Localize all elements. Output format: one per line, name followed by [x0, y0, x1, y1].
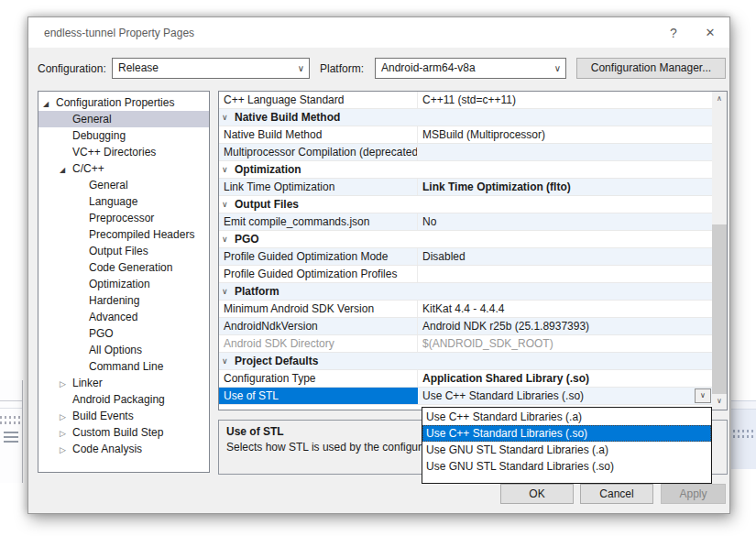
property-grid: C++ Language StandardC++11 (std=c++11)∨N…	[218, 91, 728, 410]
sidebar-item-pgo[interactable]: PGO	[38, 325, 209, 342]
property-row[interactable]: Profile Guided Optimization ModeDisabled	[219, 248, 712, 266]
sidebar-item-linker[interactable]: ▷Linker	[38, 375, 209, 391]
scroll-up-icon[interactable]: ∧	[712, 92, 727, 107]
sidebar-item-optimization[interactable]: Optimization	[38, 276, 209, 292]
sidebar-item-label: Precompiled Headers	[89, 228, 194, 241]
property-row[interactable]: Use of STLUse C++ Standard Libraries (.s…	[219, 388, 712, 405]
group-row[interactable]: ∨Native Build Method	[219, 109, 712, 126]
property-value[interactable]: Use C++ Standard Libraries (.so)∨	[418, 388, 712, 404]
sidebar-item-advanced[interactable]: Advanced	[38, 309, 209, 325]
sidebar-item-label: PGO	[89, 327, 114, 340]
configuration-manager-button[interactable]: Configuration Manager...	[576, 58, 726, 79]
sidebar-item-label: Linker	[72, 377, 103, 389]
property-row[interactable]: Configuration TypeApplication Shared Lib…	[219, 370, 712, 388]
sidebar-item-vc-directories[interactable]: VC++ Directories	[38, 144, 209, 160]
property-value[interactable]: $(ANDROID_SDK_ROOT)	[418, 335, 712, 352]
dropdown-option[interactable]: Use C++ Standard Libraries (.so)	[422, 425, 711, 442]
sidebar-item-output-files[interactable]: Output Files	[38, 243, 209, 259]
fragment-strip	[731, 401, 756, 410]
sidebar-item-configuration-properties[interactable]: ◢Configuration Properties	[38, 94, 209, 111]
property-value[interactable]	[418, 144, 712, 160]
configuration-select[interactable]: Release ∨	[112, 58, 310, 79]
property-name: Emit compile_commands.json	[219, 213, 418, 230]
property-value[interactable]	[418, 266, 712, 282]
dropdown-option[interactable]: Use C++ Standard Libraries (.a)	[422, 409, 711, 425]
tree-collapsed-icon[interactable]: ▷	[60, 376, 72, 392]
property-value[interactable]: Application Shared Library (.so)	[418, 370, 712, 387]
sidebar-item-code-generation[interactable]: Code Generation	[38, 259, 209, 276]
group-row[interactable]: ∨PGO	[219, 231, 712, 248]
property-value[interactable]: MSBuild (Multiprocessor)	[418, 126, 712, 143]
platform-value: Android-arm64-v8a	[381, 61, 476, 74]
combo-dropdown-button[interactable]: ∨	[695, 388, 711, 403]
apply-button[interactable]: Apply	[661, 484, 726, 504]
property-row[interactable]: Android SDK Directory$(ANDROID_SDK_ROOT)	[219, 335, 712, 353]
sidebar-item-android-packaging[interactable]: Android Packaging	[38, 391, 209, 408]
sidebar-item-language[interactable]: Language	[38, 193, 209, 210]
group-collapse-icon[interactable]: ∨	[222, 196, 228, 213]
platform-select[interactable]: Android-arm64-v8a ∨	[375, 58, 566, 79]
title-bar[interactable]: endless-tunnel Property Pages ? ✕	[28, 17, 729, 48]
property-row[interactable]: Native Build MethodMSBuild (Multiprocess…	[219, 126, 712, 144]
tree-collapsed-icon[interactable]: ▷	[60, 442, 72, 458]
grid-scrollbar[interactable]: ∧ ∨	[712, 92, 727, 410]
group-row[interactable]: ∨Output Files	[219, 196, 712, 213]
sidebar-item-label: Language	[89, 195, 137, 208]
fragment-toolbar-line	[4, 436, 18, 438]
property-value[interactable]: Link Time Optimization (flto)	[418, 179, 712, 195]
stl-dropdown-list: Use C++ Standard Libraries (.a)Use C++ S…	[422, 407, 712, 484]
sidebar-item-build-events[interactable]: ▷Build Events	[38, 408, 209, 424]
sidebar-item-label: Advanced	[89, 311, 137, 323]
tree-collapsed-icon[interactable]: ▷	[60, 409, 72, 425]
group-row[interactable]: ∨Optimization	[219, 161, 712, 179]
sidebar-item-label: Debugging	[72, 129, 126, 142]
property-value[interactable]: C++11 (std=c++11)	[418, 92, 712, 108]
property-value[interactable]: Android NDK r25b (25.1.8937393)	[418, 318, 712, 334]
group-collapse-icon[interactable]: ∨	[222, 353, 228, 369]
group-collapse-icon[interactable]: ∨	[222, 109, 228, 126]
sidebar-item-c-c-[interactable]: ◢C/C++	[38, 160, 209, 177]
close-icon[interactable]: ✕	[700, 24, 720, 42]
sidebar-item-general[interactable]: General	[38, 111, 209, 127]
property-row[interactable]: Emit compile_commands.jsonNo	[219, 213, 712, 231]
fragment-toolbar-line	[4, 441, 18, 443]
group-row[interactable]: ∨Platform	[219, 283, 712, 301]
scrollbar-thumb[interactable]	[712, 224, 727, 394]
group-collapse-icon[interactable]: ∨	[222, 161, 228, 178]
dropdown-option[interactable]: Use GNU STL Standard Libraries (.so)	[422, 458, 711, 475]
sidebar-item-hardening[interactable]: Hardening	[38, 292, 209, 309]
group-collapse-icon[interactable]: ∨	[222, 231, 228, 247]
tree-expanded-icon[interactable]: ◢	[60, 162, 72, 179]
ok-button[interactable]: OK	[500, 484, 574, 504]
property-row[interactable]: C++ Language StandardC++11 (std=c++11)	[219, 92, 712, 109]
sidebar-item-general[interactable]: General	[38, 177, 209, 193]
sidebar-item-custom-build-step[interactable]: ▷Custom Build Step	[38, 424, 209, 441]
sidebar-item-label: Command Line	[89, 360, 163, 373]
property-row[interactable]: Link Time OptimizationLink Time Optimiza…	[219, 179, 712, 196]
property-value[interactable]: No	[418, 213, 712, 230]
sidebar-item-precompiled-headers[interactable]: Precompiled Headers	[38, 226, 209, 243]
property-row[interactable]: AndroidNdkVersionAndroid NDK r25b (25.1.…	[219, 318, 712, 335]
property-value[interactable]: KitKat 4.4 - 4.4.4	[418, 301, 712, 317]
property-value[interactable]: Disabled	[418, 248, 712, 265]
group-row[interactable]: ∨Project Defaults	[219, 353, 712, 370]
property-row[interactable]: Profile Guided Optimization Profiles	[219, 266, 712, 283]
sidebar-item-command-line[interactable]: Command Line	[38, 358, 209, 375]
sidebar-item-debugging[interactable]: Debugging	[38, 127, 209, 144]
sidebar-item-code-analysis[interactable]: ▷Code Analysis	[38, 441, 209, 457]
property-row[interactable]: Minimum Android SDK VersionKitKat 4.4 - …	[219, 301, 712, 318]
scroll-down-icon[interactable]: ∨	[712, 394, 727, 410]
tree-expanded-icon[interactable]: ◢	[43, 96, 56, 113]
help-icon[interactable]: ?	[663, 24, 684, 42]
property-name: Multiprocessor Compilation (deprecated)	[219, 144, 418, 160]
group-label: ∨Output Files	[219, 196, 712, 213]
sidebar-item-preprocessor[interactable]: Preprocessor	[38, 210, 209, 226]
cancel-button[interactable]: Cancel	[580, 484, 653, 504]
group-collapse-icon[interactable]: ∨	[222, 283, 228, 300]
sidebar-item-all-options[interactable]: All Options	[38, 342, 209, 358]
tree-collapsed-icon[interactable]: ▷	[60, 425, 72, 442]
property-row[interactable]: Multiprocessor Compilation (deprecated)	[219, 144, 712, 161]
dropdown-option[interactable]: Use GNU STL Standard Libraries (.a)	[422, 442, 711, 458]
property-grid-rows: C++ Language StandardC++11 (std=c++11)∨N…	[219, 92, 712, 410]
sidebar-item-label: Code Generation	[89, 261, 172, 274]
